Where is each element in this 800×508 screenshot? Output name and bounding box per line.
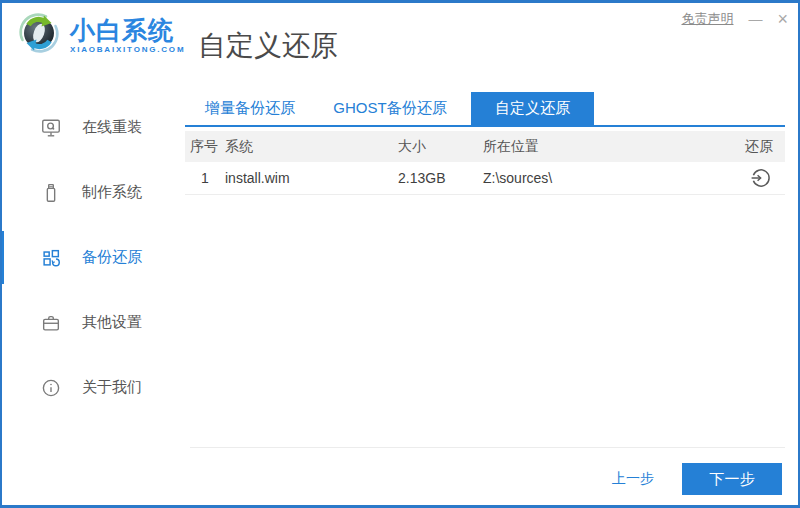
sidebar-item-label: 其他设置 <box>82 313 142 332</box>
footer: 上一步 下一步 <box>612 463 782 495</box>
sidebar-item-label: 备份还原 <box>82 248 142 267</box>
table-header-row: 序号 系统 大小 所在位置 还原 <box>185 131 785 162</box>
sidebar-item-about-us[interactable]: 关于我们 <box>2 355 185 420</box>
sidebar: 在线重装 制作系统 备份还原 <box>2 91 185 420</box>
col-header-index: 序号 <box>185 138 225 156</box>
brand-domain: XIAOBAIXITONG.COM <box>70 45 185 54</box>
cell-location: Z:\sources\ <box>483 170 715 186</box>
tab-bar: 增量备份还原 GHOST备份还原 自定义还原 <box>185 92 785 127</box>
app-logo-icon <box>16 10 62 60</box>
col-header-location: 所在位置 <box>483 138 715 156</box>
table-row: 1 install.wim 2.13GB Z:\sources\ <box>185 162 785 195</box>
previous-step-button[interactable]: 上一步 <box>612 470 654 488</box>
next-step-button[interactable]: 下一步 <box>682 463 782 495</box>
col-header-size: 大小 <box>398 138 483 156</box>
blocks-restore-icon <box>40 247 62 269</box>
restore-icon[interactable] <box>749 166 773 190</box>
disclaimer-link[interactable]: 免责声明 <box>681 10 733 28</box>
sidebar-item-backup-restore[interactable]: 备份还原 <box>2 225 185 290</box>
brand: 小白系统 XIAOBAIXITONG.COM <box>16 10 185 60</box>
col-header-system: 系统 <box>225 138 398 156</box>
tab-incremental-backup-restore[interactable]: 增量备份还原 <box>191 92 309 125</box>
cell-system: install.wim <box>225 170 398 186</box>
sidebar-item-label: 制作系统 <box>82 183 142 202</box>
sidebar-item-online-reinstall[interactable]: 在线重装 <box>2 95 185 160</box>
page-title: 自定义还原 <box>198 27 338 65</box>
minimize-button[interactable]: — <box>748 12 762 26</box>
footer-divider <box>190 447 785 448</box>
info-icon <box>40 377 62 399</box>
monitor-icon <box>40 117 62 139</box>
col-header-restore: 还原 <box>715 138 785 156</box>
tab-ghost-backup-restore[interactable]: GHOST备份还原 <box>321 92 459 125</box>
app-window: 小白系统 XIAOBAIXITONG.COM 自定义还原 免责声明 — × 在线… <box>0 0 800 508</box>
usb-drive-icon <box>40 182 62 204</box>
close-button[interactable]: × <box>777 10 788 28</box>
tab-custom-restore[interactable]: 自定义还原 <box>471 92 594 125</box>
titlebar: 免责声明 — × <box>681 10 788 28</box>
sidebar-item-label: 在线重装 <box>82 118 142 137</box>
briefcase-icon <box>40 312 62 334</box>
sidebar-item-other-settings[interactable]: 其他设置 <box>2 290 185 355</box>
brand-name: 小白系统 <box>70 16 185 45</box>
cell-size: 2.13GB <box>398 170 483 186</box>
backup-table: 序号 系统 大小 所在位置 还原 1 install.wim 2.13GB Z:… <box>185 131 785 195</box>
sidebar-item-make-system[interactable]: 制作系统 <box>2 160 185 225</box>
cell-index: 1 <box>185 170 225 186</box>
sidebar-item-label: 关于我们 <box>82 378 142 397</box>
